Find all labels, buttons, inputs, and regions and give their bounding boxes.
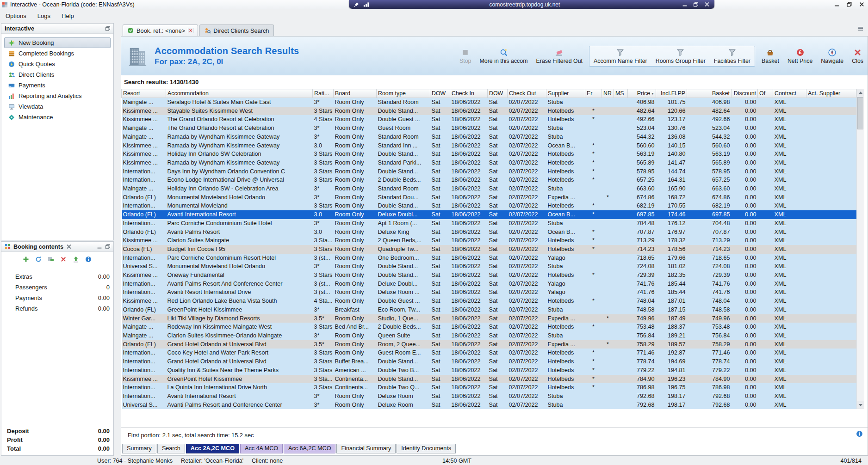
bottom-tab-search[interactable]: Search [157, 444, 185, 453]
column-header-supplier[interactable]: Supplier [546, 89, 585, 98]
sidebar-item-new-booking[interactable]: New Booking [4, 37, 111, 48]
menu-item-logs[interactable]: Logs [36, 12, 52, 20]
table-row[interactable]: Maingate ...The Grand Orlando Resort at … [122, 124, 856, 133]
table-row[interactable]: Maingate ...Rodeway Inn Kissimmee Mainga… [122, 323, 856, 331]
table-row[interactable]: Internation...Grand Hotel Orlando at Uni… [122, 357, 856, 366]
sidebar-item-completed-bookings[interactable]: Completed Bookings [4, 48, 111, 59]
table-row[interactable]: Orlando (FL)Grand Hotel Orlando at Unive… [122, 340, 856, 349]
table-row[interactable]: Maingate ...Ramada by Wyndham Kissimmee … [122, 133, 856, 141]
column-header-contract[interactable]: Contract [773, 89, 806, 98]
column-header-dow[interactable]: DOW [488, 89, 508, 98]
column-header-act-supplier[interactable]: Act. Supplier [806, 89, 856, 98]
bottom-tab-acc-2a-2c-mco[interactable]: Acc 2A,2C MCO [186, 444, 239, 453]
tab-direct-clients-search[interactable]: Direct Clients Search [199, 24, 273, 36]
bottom-tab-financial-summary[interactable]: Financial Summary [336, 444, 396, 453]
column-header-resort[interactable]: Resort [122, 89, 166, 98]
table-row[interactable]: Kissimmee ...Holiday Inn Orlando SW Cele… [122, 150, 856, 159]
column-header-accommodation[interactable]: Accommodation [166, 89, 313, 98]
column-header-rati[interactable]: Rati... [313, 89, 334, 98]
booking-add-button[interactable] [23, 256, 30, 263]
booking-panel-minimize-icon[interactable] [97, 244, 102, 249]
column-header-basket[interactable]: Basket [687, 89, 732, 98]
sidebar-item-viewdata[interactable]: Viewdata [4, 101, 111, 112]
table-row[interactable]: Internation...Parc Corniche Condominium … [122, 254, 856, 263]
scroll-track[interactable] [857, 130, 864, 401]
table-row[interactable]: Kissimmee ...Ramada by Wyndham Kissimmee… [122, 159, 856, 167]
window-restore-icon[interactable] [847, 2, 852, 7]
booking-info-button[interactable] [85, 256, 92, 263]
info-icon[interactable] [856, 430, 863, 437]
table-row[interactable]: Internation...Econo Lodge International … [122, 176, 856, 184]
table-row[interactable]: Internation...Avanti Resort Internationa… [122, 288, 856, 297]
rooms-group-filter-button[interactable]: Rooms Group Filter [651, 46, 710, 66]
window-minimize-icon[interactable] [834, 2, 839, 7]
tab-book-ref-none[interactable]: Book. ref.: <none> [123, 24, 198, 36]
scroll-down-icon[interactable] [857, 401, 864, 409]
booking-panel-close-icon[interactable] [66, 244, 72, 249]
stop-button[interactable]: Stop [455, 46, 476, 66]
table-row[interactable]: Kissimmee ...The Grand Orlando Resort at… [122, 115, 856, 124]
bottom-tab-summary[interactable]: Summary [122, 444, 156, 453]
column-header-nr[interactable]: NR [602, 89, 614, 98]
column-header-of[interactable]: Of [758, 89, 773, 98]
bottom-tab-identity-documents[interactable]: Identity Documents [397, 444, 456, 453]
table-row[interactable]: Universal S...Avanti Palms Resort and Co… [122, 401, 856, 410]
rdp-minimize-icon[interactable] [682, 2, 688, 7]
scroll-thumb[interactable] [857, 97, 863, 129]
rdp-restore-icon[interactable] [693, 2, 699, 7]
rdp-close-icon[interactable] [704, 2, 710, 7]
column-header-check-out[interactable]: Check Out [508, 89, 546, 98]
column-header-ms[interactable]: MS [614, 89, 628, 98]
more-in-this-accom-button[interactable]: More in this accom [476, 46, 532, 66]
basket-button[interactable]: Basket [757, 46, 783, 66]
booking-panel-restore-icon[interactable] [105, 244, 111, 249]
table-row[interactable]: Internation...Avanti Palms Resort And Co… [122, 280, 856, 288]
bottom-tab-acc-4a-mco[interactable]: Acc 4A MCO [240, 444, 283, 453]
clos-button[interactable]: Clos [848, 46, 868, 66]
table-row[interactable]: Orlando (FL)Monumental Movieland Hotel O… [122, 193, 856, 202]
table-row[interactable]: Universal S...Monumental Movieland Hotel… [122, 262, 856, 271]
table-row[interactable]: Orlando (FL)Avanti International Resort3… [122, 210, 856, 219]
table-row[interactable]: Kissimmee ...GreenPoint Hotel Kissimmee3… [122, 375, 856, 384]
column-header-dow[interactable]: DOW [430, 89, 450, 98]
table-row[interactable]: Internation...Parc Corniche Condominium … [122, 219, 856, 228]
nett-price-button[interactable]: £Nett Price [783, 46, 817, 66]
sidebar-item-payments[interactable]: Payments [4, 80, 111, 91]
table-row[interactable]: Kissimmee ...Ramada by Wyndham Kissimmee… [122, 141, 856, 150]
column-header-price[interactable]: Price▼ [628, 89, 656, 98]
sidebar-item-quick-quotes[interactable]: Quick Quotes [4, 59, 111, 69]
booking-refresh-button[interactable] [35, 256, 42, 263]
booking-upload-button[interactable] [73, 256, 80, 263]
column-header-board[interactable]: Board [334, 89, 377, 98]
table-row[interactable]: Maingate ...Clarion Suites Kissimmee-Orl… [122, 331, 856, 340]
facilities-filter-button[interactable]: Facilities Filter [710, 46, 755, 66]
menu-item-help[interactable]: Help [60, 12, 76, 20]
panel-menu-icon[interactable] [858, 26, 863, 31]
column-header-check-in[interactable]: Check In [450, 89, 488, 98]
table-row[interactable]: Kissimmee ...Oneway Fundamental3 StarsRo… [122, 271, 856, 280]
vertical-scrollbar[interactable] [856, 89, 864, 409]
bottom-tab-acc-6a-2c-mco[interactable]: Acc 6A,2C MCO [284, 444, 335, 453]
panel-restore-icon[interactable] [105, 26, 111, 31]
table-row[interactable]: Winter Gar...Liki Tiki Village by Diamon… [122, 314, 856, 323]
window-close-icon[interactable] [859, 2, 864, 7]
column-header-room-type[interactable]: Room type [377, 89, 430, 98]
table-row[interactable]: Kissimmee ...Stayable Suites Kissimmee W… [122, 107, 856, 116]
table-row[interactable]: Kissimmee ...Red Lion Orlando Lake Buena… [122, 297, 856, 306]
column-header-er[interactable]: Er [585, 89, 602, 98]
accomm-name-filter-button[interactable]: Accomm Name Filter [589, 46, 651, 66]
table-row[interactable]: Internation...Avanti International Resor… [122, 392, 856, 401]
booking-transfer-button[interactable] [48, 256, 55, 263]
table-row[interactable]: Orlando (FL)Avanti Palms Resort3.0Room O… [122, 228, 856, 237]
table-row[interactable]: Maingate ...Seralago Hotel & Suites Main… [122, 98, 856, 107]
table-row[interactable]: Maingate ...Holiday Inn Orlando SW - Cel… [122, 184, 856, 193]
tab-close-icon[interactable] [188, 28, 193, 33]
scroll-up-icon[interactable] [857, 89, 864, 97]
table-row[interactable]: Internation...La Quinta Inn Internationa… [122, 383, 856, 392]
table-row[interactable]: Internation...Monumental Movieland3 Star… [122, 202, 856, 210]
sidebar-item-reporting-and-analytics[interactable]: Reporting and Analytics [4, 91, 111, 101]
table-row[interactable]: Internation...Coco Key Hotel and Water P… [122, 349, 856, 357]
erase-filtered-out-button[interactable]: Erase Filtered Out [532, 46, 587, 66]
sidebar-item-maintenance[interactable]: Maintenance [4, 112, 111, 122]
sidebar-item-direct-clients[interactable]: Direct Clients [4, 69, 111, 80]
